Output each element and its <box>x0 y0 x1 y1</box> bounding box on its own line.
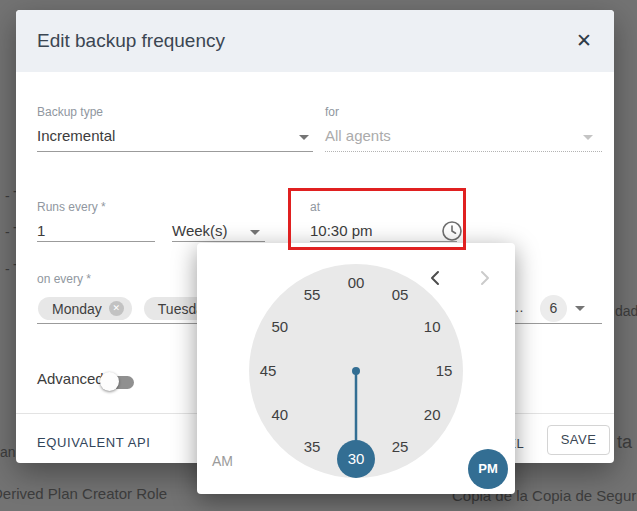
backup-type-label: Backup type <box>37 105 103 119</box>
time-picker-popup: 000510152025303540455055 AM PM <box>197 243 515 494</box>
minute-40[interactable]: 40 <box>265 405 295 425</box>
bg-plan-name-left: Derived Plan Creator Role <box>0 485 167 502</box>
minute-05[interactable]: 05 <box>385 285 415 305</box>
bg-text-fragment: dad <box>615 303 637 319</box>
bg-text-fragment: ta <box>617 432 632 453</box>
runs-every-input[interactable]: 1 <box>37 222 45 239</box>
unit-underline <box>172 241 265 242</box>
save-button[interactable]: SAVE <box>547 425 610 455</box>
minute-15[interactable]: 15 <box>429 361 459 381</box>
for-underline <box>325 151 602 152</box>
at-label: at <box>310 200 320 214</box>
equivalent-api-button[interactable]: EQUIVALENT API <box>37 435 150 450</box>
clock-icon[interactable] <box>441 220 463 242</box>
minute-55[interactable]: 55 <box>297 285 327 305</box>
at-underline <box>310 241 457 242</box>
chips-overflow-count-badge[interactable]: 6 <box>540 295 567 322</box>
dialog-title: Edit backup frequency <box>37 10 225 72</box>
backup-type-select[interactable]: Incremental <box>37 127 115 144</box>
runs-every-label: Runs every * <box>37 200 106 214</box>
backup-type-underline <box>37 151 313 152</box>
for-label: for <box>325 105 339 119</box>
minute-25[interactable]: 25 <box>385 437 415 457</box>
dialog-header: Edit backup frequency ✕ <box>16 10 614 72</box>
chevron-down-icon[interactable] <box>575 306 585 311</box>
runs-every-underline <box>37 241 155 242</box>
minute-50[interactable]: 50 <box>265 317 295 337</box>
on-every-label: on every * <box>37 272 91 286</box>
day-chip[interactable]: Monday✕ <box>38 297 132 320</box>
minute-20[interactable]: 20 <box>417 405 447 425</box>
chevron-down-icon[interactable] <box>250 230 260 235</box>
day-chip-label: Monday <box>52 301 102 317</box>
advanced-toggle-knob[interactable] <box>100 372 119 391</box>
close-icon[interactable]: ✕ <box>568 25 600 57</box>
chip-remove-icon[interactable]: ✕ <box>109 301 124 316</box>
minute-35[interactable]: 35 <box>297 437 327 457</box>
minute-00[interactable]: 00 <box>341 273 371 293</box>
minute-45[interactable]: 45 <box>253 361 283 381</box>
chevron-down-icon <box>583 135 593 140</box>
for-select: All agents <box>325 127 391 144</box>
minute-30[interactable]: 30 <box>341 449 371 469</box>
advanced-label: Advanced <box>37 370 104 387</box>
unit-select[interactable]: Week(s) <box>172 222 228 239</box>
time-input[interactable]: 10:30 pm <box>310 222 373 239</box>
chevron-down-icon[interactable] <box>299 135 309 140</box>
minute-10[interactable]: 10 <box>417 317 447 337</box>
